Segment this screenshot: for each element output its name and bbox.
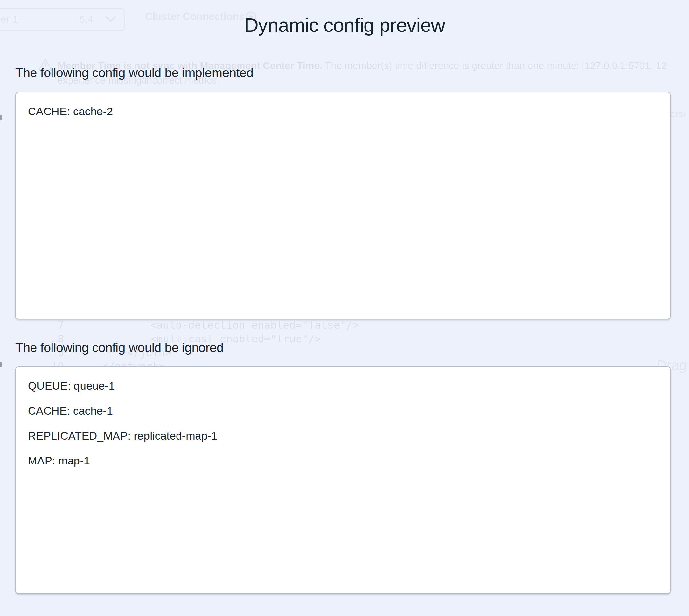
config-item: CACHE: cache-1 [28, 403, 658, 418]
config-item: CACHE: cache-2 [28, 104, 658, 119]
ignored-config-panel: QUEUE: queue-1 CACHE: cache-1 REPLICATED… [16, 367, 671, 594]
config-item: MAP: map-1 [28, 453, 658, 468]
config-item: QUEUE: queue-1 [28, 378, 658, 393]
implemented-config-heading: The following config would be implemente… [16, 66, 253, 80]
config-item: REPLICATED_MAP: replicated-map-1 [28, 428, 658, 443]
implemented-config-panel: CACHE: cache-2 [16, 92, 671, 320]
dialog-title: Dynamic config preview [0, 14, 689, 37]
dynamic-config-preview-dialog: Dynamic config preview The following con… [0, 0, 689, 616]
ignored-config-heading: The following config would be ignored [16, 340, 223, 355]
